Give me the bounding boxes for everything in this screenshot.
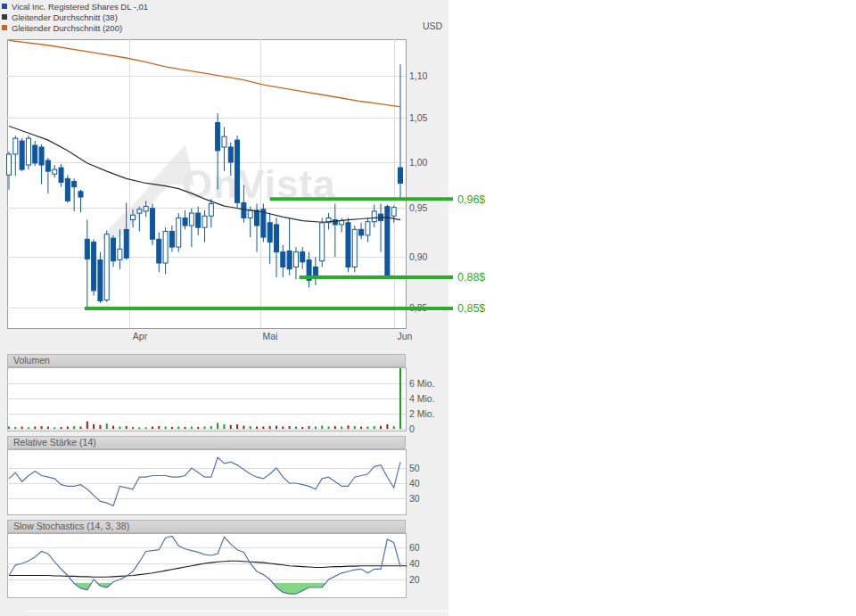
- svg-text:40: 40: [409, 478, 420, 489]
- svg-text:6 Mio.: 6 Mio.: [409, 378, 435, 389]
- svg-text:0,95: 0,95: [409, 202, 428, 213]
- svg-text:Apr: Apr: [133, 331, 148, 341]
- price-chart-panel: OnVista1,101,051,000,950,900,85AprMaiJun…: [7, 39, 486, 341]
- rsi-panel: 504030: [7, 449, 420, 514]
- svg-text:60: 60: [409, 542, 420, 553]
- stock-chart-widget: Vical Inc. Registered Shares DL -,01 Gle…: [0, 0, 856, 616]
- svg-text:1,05: 1,05: [409, 112, 428, 123]
- svg-text:1,10: 1,10: [409, 70, 428, 81]
- volume-panel: 6 Mio.4 Mio.2 Mio.0: [7, 367, 435, 434]
- svg-text:50: 50: [409, 463, 420, 473]
- chart-canvas: OnVista1,101,051,000,950,900,85AprMaiJun…: [0, 0, 856, 616]
- stochastics-panel: 604020: [7, 533, 420, 597]
- svg-text:0: 0: [409, 423, 415, 434]
- svg-text:Mai: Mai: [263, 331, 278, 341]
- svg-text:Jun: Jun: [398, 331, 413, 341]
- svg-text:0,96$: 0,96$: [457, 193, 485, 206]
- svg-text:20: 20: [409, 574, 420, 585]
- svg-text:0,90: 0,90: [409, 251, 428, 262]
- svg-text:40: 40: [409, 558, 420, 569]
- svg-text:0,85$: 0,85$: [457, 302, 485, 315]
- svg-text:0,88$: 0,88$: [457, 271, 485, 283]
- svg-text:30: 30: [409, 493, 420, 504]
- svg-text:2 Mio.: 2 Mio.: [409, 408, 435, 419]
- svg-text:1,00: 1,00: [409, 157, 428, 168]
- svg-text:4 Mio.: 4 Mio.: [409, 393, 435, 404]
